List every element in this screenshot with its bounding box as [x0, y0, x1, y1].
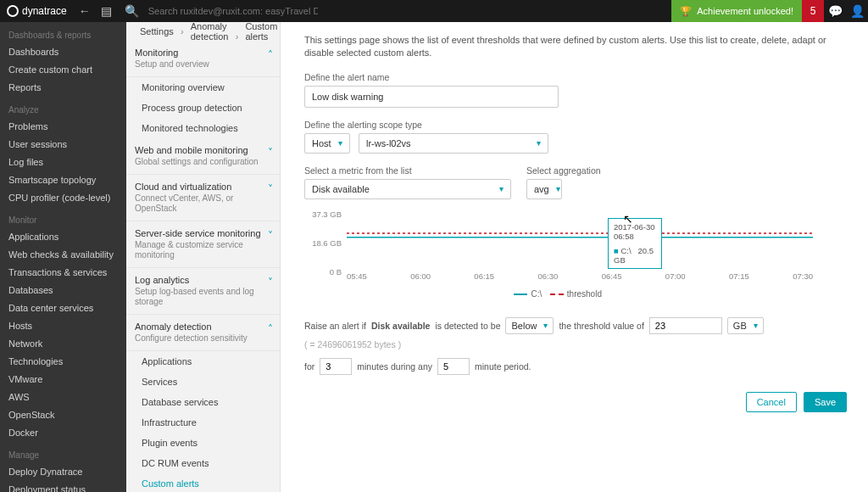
chart-ytick: 18.6 GB — [304, 238, 342, 248]
settings-group[interactable]: Log analyticsSetup log-based events and … — [126, 268, 280, 315]
sidebar-item[interactable]: OpenStack — [0, 406, 126, 424]
chevron-icon: ˅ — [268, 183, 273, 195]
dynatrace-icon — [7, 5, 19, 17]
settings-group-desc: Manage & customize service monitoring — [135, 240, 271, 260]
threshold-input[interactable] — [649, 317, 722, 334]
sidebar-item[interactable]: Deployment status — [0, 481, 126, 492]
settings-group-desc: Connect vCenter, AWS, or OpenStack — [135, 193, 271, 214]
unit-select[interactable]: GB▾ — [727, 317, 764, 334]
search-icon[interactable]: 🔍 — [121, 0, 143, 22]
chart-xtick: 06:00 — [410, 271, 431, 281]
window-minutes-input[interactable] — [437, 358, 470, 375]
settings-subitem[interactable]: Applications — [126, 351, 280, 372]
notification-count[interactable]: 5 — [802, 0, 824, 22]
sidebar-item[interactable]: Technologies — [0, 353, 126, 371]
chevron-down-icon: ▾ — [543, 321, 548, 330]
scope-type-select[interactable]: Host▾ — [304, 133, 350, 154]
chevron-down-icon: ▾ — [754, 321, 758, 330]
chart-xtick: 06:15 — [474, 271, 494, 281]
sidebar-item[interactable]: Hosts — [0, 317, 126, 335]
trophy-icon: 🏆 — [680, 6, 692, 17]
search-wrap: 🔍 — [121, 0, 318, 22]
primary-sidebar: Dashboards & reportsDashboardsCreate cus… — [0, 22, 126, 492]
sidebar-item[interactable]: Reports — [0, 79, 126, 97]
chart-xtick: 07:00 — [665, 271, 686, 281]
sidebar-item[interactable]: Docker — [0, 424, 126, 442]
settings-group[interactable]: Web and mobile monitoringGlobal settings… — [126, 138, 280, 175]
agg-select[interactable]: avg▾ — [526, 179, 562, 199]
top-bar: dynatrace ← ▤ 🔍 🏆 Achievement unlocked! … — [0, 0, 868, 22]
settings-subitem[interactable]: DC RUM events — [126, 453, 280, 473]
settings-subitem[interactable]: Services — [126, 372, 280, 392]
settings-group-title: Log analytics — [135, 275, 271, 285]
settings-subitem[interactable]: Infrastructure — [126, 412, 280, 433]
bytes-readout: ( = 24696061952 bytes ) — [304, 339, 401, 349]
breadcrumb-item[interactable]: Settings — [133, 26, 181, 36]
duration-minutes-input[interactable] — [320, 358, 352, 375]
sidebar-item[interactable]: Databases — [0, 282, 126, 299]
sidebar-item[interactable]: AWS — [0, 389, 126, 406]
sidebar-item[interactable]: Create custom chart — [0, 61, 126, 79]
metric-chart: 2017-06-30 06:58■ C:\ 20.5 GB 05:4506:00… — [304, 211, 813, 288]
cancel-button[interactable]: Cancel — [746, 392, 797, 412]
page-intro: This settings page shows the list of eve… — [304, 34, 844, 60]
settings-subitem[interactable]: Plugin events — [126, 433, 280, 453]
sidebar-item[interactable]: Problems — [0, 118, 126, 136]
alert-name-input[interactable] — [304, 86, 559, 108]
sidebar-section: Manage — [0, 442, 126, 463]
achievement-text: Achievement unlocked! — [697, 6, 793, 16]
settings-group-desc: Setup and overview — [135, 59, 271, 70]
settings-subitem[interactable]: Custom alerts — [126, 473, 280, 492]
search-input[interactable] — [148, 6, 318, 16]
condition-select[interactable]: Below▾ — [505, 317, 554, 334]
chevron-icon: ˅ — [268, 277, 273, 288]
sidebar-item[interactable]: Transactions & services — [0, 264, 126, 282]
back-icon[interactable]: ← — [74, 0, 96, 22]
settings-group[interactable]: MonitoringSetup and overview˄ — [126, 41, 280, 77]
chevron-down-icon: ▾ — [556, 184, 560, 193]
chart-legend: C:\ threshold — [304, 289, 813, 299]
sidebar-item[interactable]: Applications — [0, 228, 126, 246]
breadcrumb-item[interactable]: Custom alerts — [238, 22, 281, 42]
menu-icon[interactable]: ▤ — [96, 0, 118, 22]
duration-sentence: for minutes during any minute period. — [304, 358, 844, 375]
threshold-sentence: Raise an alert if Disk available is dete… — [304, 317, 844, 349]
alert-name-label: Define the alert name — [304, 72, 844, 82]
settings-group[interactable]: Anomaly detectionConfigure detection sen… — [126, 315, 280, 351]
sidebar-item[interactable]: Data center services — [0, 299, 126, 317]
sidebar-item[interactable]: User sessions — [0, 136, 126, 154]
legend-item: threshold — [547, 289, 607, 299]
chart-ytick: 37.3 GB — [304, 210, 342, 219]
breadcrumb-item[interactable]: Anomaly detection — [184, 22, 236, 42]
settings-subitem[interactable]: Monitoring overview — [126, 77, 280, 98]
metric-select[interactable]: Disk available▾ — [304, 179, 511, 199]
sidebar-item[interactable]: Web checks & availability — [0, 246, 126, 264]
sidebar-item[interactable]: Log files — [0, 154, 126, 171]
chevron-down-icon: ▾ — [499, 184, 504, 193]
sidebar-item[interactable]: Dashboards — [0, 43, 126, 61]
settings-subitem[interactable]: Process group detection — [126, 98, 280, 118]
settings-group[interactable]: Cloud and virtualizationConnect vCenter,… — [126, 175, 280, 221]
metric-label: Select a metric from the list — [304, 165, 511, 176]
settings-group-desc: Configure detection sensitivity — [135, 333, 271, 344]
achievement-banner[interactable]: 🏆 Achievement unlocked! — [671, 0, 802, 22]
save-button[interactable]: Save — [804, 392, 847, 412]
sidebar-item[interactable]: CPU profiler (code-level) — [0, 189, 126, 207]
sidebar-item[interactable]: Smartscape topology — [0, 171, 126, 189]
sidebar-item[interactable]: Deploy Dynatrace — [0, 463, 126, 481]
brand-logo[interactable]: dynatrace — [0, 5, 74, 17]
settings-group-desc: Setup log-based events and log storage — [135, 287, 271, 307]
user-icon[interactable]: 👤 — [846, 0, 868, 22]
scope-target-select[interactable]: lr-ws-l02vs▾ — [359, 133, 548, 154]
sidebar-item[interactable]: Network — [0, 335, 126, 353]
brand-text: dynatrace — [22, 5, 67, 17]
settings-subitem[interactable]: Database services — [126, 392, 280, 412]
sidebar-section: Monitor — [0, 207, 126, 228]
settings-group[interactable]: Server-side service monitoringManage & c… — [126, 221, 280, 268]
settings-subitem[interactable]: Monitored technologies — [126, 118, 280, 138]
chat-icon[interactable]: 💬 — [824, 0, 846, 22]
chevron-down-icon: ▾ — [338, 138, 342, 148]
settings-group-title: Anomaly detection — [135, 321, 271, 332]
scope-label: Define the alerting scope type — [304, 120, 844, 130]
sidebar-item[interactable]: VMware — [0, 371, 126, 389]
